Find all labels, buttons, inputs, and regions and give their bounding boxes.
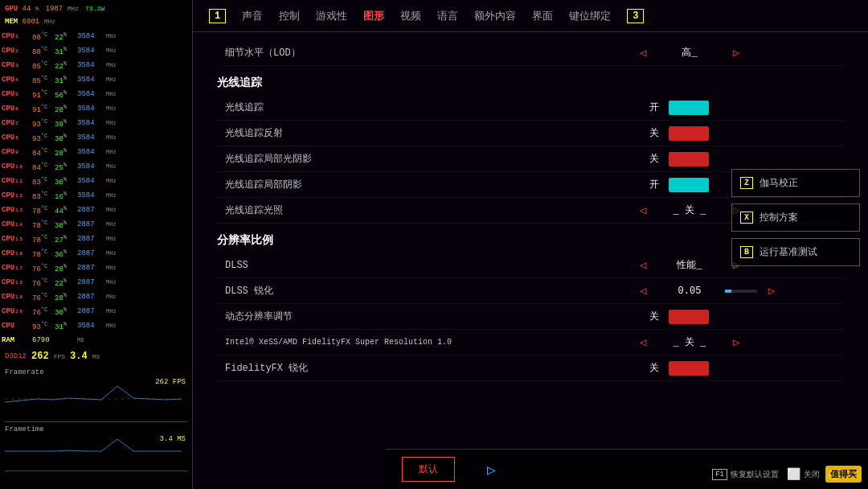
framerate-chart: Framerate 262 FPS bbox=[5, 368, 187, 422]
dlss-sharp-fill bbox=[725, 290, 731, 293]
lod-left-arrow[interactable]: ◁ bbox=[635, 46, 651, 60]
rt-toggle-1[interactable] bbox=[669, 126, 709, 141]
d3d-row: D3D12 262 FPS 3.4 MS bbox=[2, 349, 190, 364]
frametime-label: Frametime bbox=[5, 425, 187, 434]
cpu14-row: CPU₁₄ 78°C 38% 2887 MHz bbox=[2, 217, 190, 232]
xess-left-arrow[interactable]: ◁ bbox=[635, 335, 651, 349]
f1-key: F1 bbox=[712, 469, 727, 480]
lod-setting-row: 细节水平（LOD） ◁ 高_ ▷ bbox=[217, 40, 844, 66]
xess-row: Intel® XeSS/AMD FidelityFX Super Resolut… bbox=[217, 330, 844, 355]
rt-toggle-3[interactable] bbox=[669, 178, 709, 192]
raytracing-section-title: 光线追踪 bbox=[217, 76, 844, 90]
dlss-sharp-right[interactable]: ▷ bbox=[764, 284, 780, 298]
restore-defaults-action[interactable]: F1 恢复默认设置 bbox=[712, 469, 779, 480]
cpu11-row: CPU₁₁ 83°C 30% 3584 MHz bbox=[2, 174, 190, 188]
nav-item-keybinds[interactable]: 键位绑定 bbox=[569, 9, 611, 23]
left-stats-panel: GPU 44 % 1987 MHz 73.2W MEM 6001 MHz CPU… bbox=[0, 0, 193, 489]
charts-area: Framerate 262 FPS Frametime 3.4 MS bbox=[2, 365, 190, 475]
default-button[interactable]: 默认 bbox=[402, 457, 455, 482]
lod-value: 高_ bbox=[657, 46, 722, 60]
xess-right-arrow[interactable]: ▷ bbox=[728, 335, 744, 349]
control-scheme-key: X bbox=[740, 212, 753, 224]
dynres-control: 关 bbox=[635, 310, 844, 324]
cpu12-row: CPU₁₂ 83°C 16% 3584 MHz bbox=[2, 188, 190, 203]
gpu-mhz: 1987 bbox=[46, 5, 63, 13]
cpu1-row: CPU₁ 88°C 22% 3584 MHz bbox=[2, 29, 190, 43]
rt-value-label-1: 关 bbox=[635, 126, 659, 140]
benchmark-label: 运行基准测试 bbox=[760, 245, 817, 259]
rt-toggle-0[interactable] bbox=[669, 101, 709, 115]
rt-value-label-2: 关 bbox=[635, 152, 659, 166]
rt-row-0: 光线追踪 开 bbox=[217, 95, 844, 121]
nav-item-language[interactable]: 语言 bbox=[437, 9, 458, 23]
cpu-stats-list: CPU₁ 88°C 22% 3584 MHz CPU₂ 88°C 31% 358… bbox=[2, 29, 190, 347]
dlss-sharp-label: DLSS 锐化 bbox=[217, 284, 635, 298]
nav-item-sound[interactable]: 声音 bbox=[242, 9, 263, 23]
close-icon: ⬜ bbox=[787, 467, 800, 481]
dlss-sharp-slider-area: 0.05 bbox=[657, 286, 757, 297]
ffx-sharp-label: FidelityFX 锐化 bbox=[217, 361, 635, 375]
framerate-chart-area: 262 FPS bbox=[5, 378, 187, 422]
nav-item-control[interactable]: 控制 bbox=[279, 9, 300, 23]
dynres-toggle[interactable] bbox=[669, 310, 709, 324]
dlss-sharp-track bbox=[725, 290, 757, 293]
cpu4-row: CPU₄ 85°C 31% 3584 MHz bbox=[2, 72, 190, 87]
xess-value: _ 关 _ bbox=[657, 335, 722, 349]
cursor-icon: ▷ bbox=[487, 461, 496, 479]
rt-value-label-0: 开 bbox=[635, 101, 659, 114]
nav-item-extras[interactable]: 额外内容 bbox=[474, 9, 516, 23]
dlss-left-arrow[interactable]: ◁ bbox=[635, 258, 651, 272]
framerate-label: Framerate bbox=[5, 368, 187, 376]
mem-stat: MEM 6001 MHz bbox=[5, 18, 55, 26]
rt-control-1: 关 bbox=[635, 126, 844, 141]
mem-mhz: 6001 bbox=[23, 18, 40, 26]
frametime-chart: Frametime 3.4 MS bbox=[5, 425, 187, 471]
gamma-label: 伽马校正 bbox=[760, 176, 798, 190]
gpu-pct: 44 bbox=[23, 5, 31, 13]
dlss-sharp-left[interactable]: ◁ bbox=[635, 284, 651, 298]
cpu18-row: CPU₁₈ 76°C 22% 2887 MHz bbox=[2, 275, 190, 290]
mem-label: MEM bbox=[5, 18, 18, 26]
dlss-sharp-row: DLSS 锐化 ◁ 0.05 ▷ bbox=[217, 278, 844, 304]
xess-label: Intel® XeSS/AMD FidelityFX Super Resolut… bbox=[217, 338, 635, 347]
cpu2-row: CPU₂ 88°C 31% 3584 MHz bbox=[2, 43, 190, 58]
cpu20-row: CPU₂₀ 76°C 30% 2887 MHz bbox=[2, 304, 190, 318]
mem-stats: MEM 6001 MHz bbox=[2, 16, 190, 27]
dynres-label: 动态分辨率调节 bbox=[217, 310, 635, 323]
dlss-sharp-value: 0.05 bbox=[657, 286, 722, 297]
lod-right-arrow[interactable]: ▷ bbox=[728, 46, 744, 60]
benchmark-key: B bbox=[740, 246, 753, 258]
nav-item-interface[interactable]: 界面 bbox=[532, 9, 553, 23]
cpu17-row: CPU₁₇ 76°C 28% 2887 MHz bbox=[2, 261, 190, 275]
gamma-button[interactable]: Z 伽马校正 bbox=[731, 169, 860, 197]
rt-value-4: _ 关 _ bbox=[657, 203, 722, 217]
frametime-svg bbox=[5, 435, 182, 471]
cpu13-row: CPU₁₃ 78°C 44% 2887 MHz bbox=[2, 203, 190, 217]
gpu-freq: 1987 MHz bbox=[46, 5, 79, 13]
nav-item-graphics[interactable]: 图形 bbox=[363, 9, 384, 23]
control-scheme-button[interactable]: X 控制方案 bbox=[731, 203, 860, 232]
nav-item-video[interactable]: 视频 bbox=[400, 9, 421, 23]
cpu7-row: CPU₇ 93°C 39% 3584 MHz bbox=[2, 116, 190, 130]
close-label: 关闭 bbox=[804, 469, 820, 480]
rt-label-1: 光线追踪反射 bbox=[217, 126, 635, 140]
rt-left-arrow-4[interactable]: ◁ bbox=[635, 203, 651, 217]
rt-value-label-3: 开 bbox=[635, 178, 659, 191]
framerate-value: 262 FPS bbox=[155, 378, 186, 386]
xess-control: ◁ _ 关 _ ▷ bbox=[635, 335, 844, 349]
cpu6-row: CPU₆ 91°C 28% 3584 MHz bbox=[2, 101, 190, 116]
ffx-sharp-row: FidelityFX 锐化 关 bbox=[217, 355, 844, 381]
control-scheme-label: 控制方案 bbox=[760, 211, 798, 224]
nav-right-num: 3 bbox=[627, 9, 644, 23]
top-nav: 1 声音 控制 游戏性 图形 视频 语言 额外内容 界面 键位绑定 3 bbox=[193, 0, 868, 32]
restore-label: 恢复默认设置 bbox=[731, 469, 779, 480]
nav-item-gameplay[interactable]: 游戏性 bbox=[316, 9, 347, 23]
frametime-value: 3.4 MS bbox=[160, 435, 186, 443]
watermark: 值得买 bbox=[825, 466, 862, 483]
rt-toggle-2[interactable] bbox=[669, 152, 709, 166]
cpu-total-row: CPU 93°C 31% 3584 MHz bbox=[2, 318, 190, 333]
dlss-sharp-control: ◁ 0.05 ▷ bbox=[635, 284, 844, 298]
benchmark-button[interactable]: B 运行基准测试 bbox=[731, 238, 860, 266]
close-action[interactable]: ⬜ 关闭 bbox=[787, 467, 820, 481]
ffx-sharp-toggle[interactable] bbox=[669, 361, 709, 376]
